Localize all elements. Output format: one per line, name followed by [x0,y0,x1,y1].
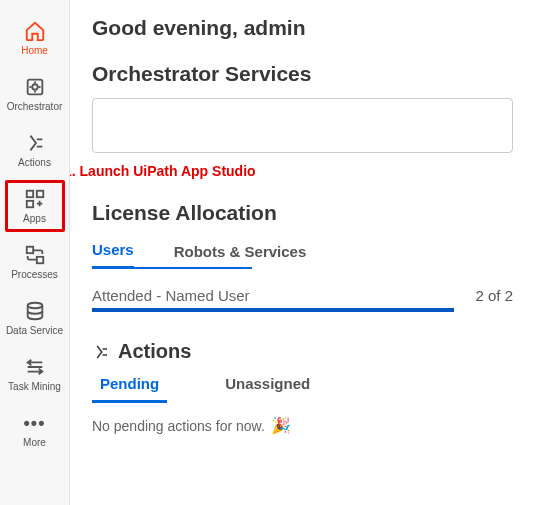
more-icon: ••• [24,413,46,434]
sidebar-item-actions[interactable]: Actions [5,124,65,176]
home-icon [24,20,46,42]
sidebar-item-apps[interactable]: Apps [5,180,65,232]
main-content: Good evening, admin Orchestrator Service… [70,0,541,505]
sidebar-item-data-service[interactable]: Data Service [5,292,65,344]
greeting: Good evening, admin [92,16,513,40]
sidebar-label: Processes [11,269,58,280]
sidebar-item-orchestrator[interactable]: Orchestrator [5,68,65,120]
svg-rect-2 [26,191,32,197]
sidebar-item-processes[interactable]: Processes [5,236,65,288]
actions-section-icon [92,343,110,361]
sidebar-label: Data Service [6,325,63,336]
data-service-icon [24,300,46,322]
processes-icon [24,244,46,266]
license-row: Attended - Named User 2 of 2 [92,287,513,304]
sidebar-label: Orchestrator [7,101,63,112]
svg-rect-4 [26,201,32,207]
orchestrator-title: Orchestrator Services [92,62,513,86]
sidebar-item-more[interactable]: ••• More [5,404,65,456]
sidebar-item-task-mining[interactable]: Task Mining [5,348,65,400]
actions-icon [24,132,46,154]
sidebar-label: Task Mining [8,381,61,392]
tab-robots[interactable]: Robots & Services [174,239,307,268]
sidebar-label: More [23,437,46,448]
tab-users[interactable]: Users [92,237,134,269]
tab-unassigned[interactable]: Unassigned [217,371,318,403]
orchestrator-services-box [92,98,513,153]
task-mining-icon [24,356,46,378]
orchestrator-icon [24,76,46,98]
apps-icon [24,188,46,210]
actions-tabs: Pending Unassigned [92,371,513,403]
svg-point-7 [27,303,42,309]
license-attended-count: 2 of 2 [475,287,513,304]
party-icon: 🎉 [271,416,291,435]
actions-title: Actions [118,340,191,363]
tab-pending[interactable]: Pending [92,371,167,403]
license-progress-bar [92,308,454,312]
actions-empty-message: No pending actions for now. 🎉 [92,416,513,435]
sidebar-item-home[interactable]: Home [5,12,65,64]
svg-rect-3 [36,191,42,197]
license-title: License Allocation [92,201,513,225]
sidebar-label: Apps [23,213,46,224]
actions-empty-text: No pending actions for now. [92,418,265,434]
license-tabs: Users Robots & Services [92,237,513,269]
annotation-text: 1. Launch UiPath App Studio [70,163,485,179]
sidebar-label: Actions [18,157,51,168]
license-attended-label: Attended - Named User [92,287,250,304]
svg-point-1 [32,84,38,90]
sidebar-label: Home [21,45,48,56]
svg-rect-5 [26,247,32,253]
actions-header: Actions [92,340,513,363]
sidebar: Home Orchestrator Actions Apps Processes… [0,0,70,505]
svg-rect-6 [36,257,42,263]
